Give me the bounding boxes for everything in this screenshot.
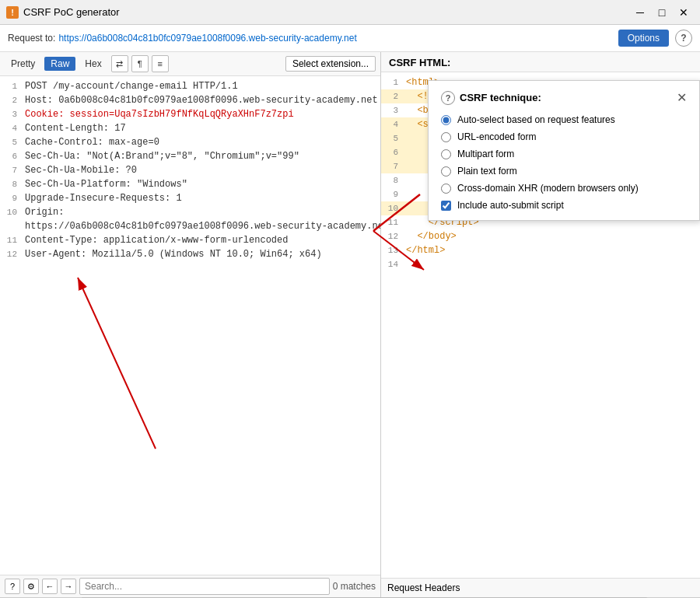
window-title: CSRF PoC generator <box>23 6 630 18</box>
checkbox-auto-submit: Include auto-submit script <box>441 200 687 211</box>
line-content: POST /my-account/change-email HTTP/1.1 <box>22 79 380 93</box>
select-extension-button[interactable]: Select extension... <box>285 56 376 72</box>
line-content: Content-Type: application/x-www-form-url… <box>22 233 380 247</box>
radio-cross-domain-label: Cross-domain XHR (modern browsers only) <box>457 183 639 194</box>
line-number: 1 <box>0 79 22 93</box>
line-content: Origin: <box>22 205 380 219</box>
line-content: Content-Length: 17 <box>22 121 380 135</box>
main-content: Pretty Raw Hex ⇄ ¶ ≡ Select extension...… <box>0 52 700 597</box>
code-line-8: 8 Sec-Ch-Ua-Platform: "Windows" <box>0 177 380 191</box>
tab-hex[interactable]: Hex <box>79 57 107 71</box>
line-number: 11 <box>381 215 403 229</box>
close-window-button[interactable]: ✕ <box>674 4 694 21</box>
tab-raw[interactable]: Raw <box>44 57 75 71</box>
radio-auto-select-label: Auto-select based on request features <box>457 114 615 125</box>
auto-submit-checkbox[interactable] <box>441 201 451 211</box>
radio-auto-select: Auto-select based on request features <box>441 114 687 125</box>
line-number: 7 <box>381 159 403 173</box>
csrf-line-12: 12 </body> <box>381 229 700 243</box>
left-panel: Pretty Raw Hex ⇄ ¶ ≡ Select extension...… <box>0 52 381 597</box>
radio-url-encoded-label: URL-encoded form <box>457 131 536 142</box>
line-content: Sec-Ch-Ua: "Not(A:Brand";v="8", "Chromiu… <box>22 149 380 163</box>
line-number: 12 <box>381 229 403 243</box>
code-line-11: 11 Content-Type: application/x-www-form-… <box>0 233 380 247</box>
minimize-button[interactable]: ─ <box>630 4 650 21</box>
search-prev-button[interactable]: ← <box>42 579 58 594</box>
search-settings-icon[interactable]: ⚙ <box>23 579 39 594</box>
csrf-technique-popup: ? CSRF technique: ✕ Auto-select based on… <box>428 80 700 221</box>
search-next-button[interactable]: → <box>61 579 76 594</box>
csrf-line-14: 14 <box>381 257 700 271</box>
line-content: https://0a6b008c04c81b0fc0979ae1008f0096… <box>22 219 380 233</box>
request-code-area[interactable]: 1 POST /my-account/change-email HTTP/1.1… <box>0 76 380 575</box>
newline-icon[interactable]: ¶ <box>131 55 149 72</box>
line-content: </html> <box>403 243 700 257</box>
radio-cross-domain: Cross-domain XHR (modern browsers only) <box>441 183 687 194</box>
radio-plain-text: Plain text form <box>441 166 687 177</box>
popup-header: ? CSRF technique: ✕ <box>441 90 687 105</box>
csrf-html-label: CSRF HTML: <box>381 52 700 72</box>
line-number: 1 <box>381 75 403 89</box>
options-button[interactable]: Options <box>618 30 669 47</box>
line-number: 11 <box>0 233 22 247</box>
line-number: 4 <box>0 121 22 135</box>
window-controls: ─ □ ✕ <box>630 4 694 21</box>
request-label: Request to: <box>8 33 55 44</box>
line-number: 9 <box>0 191 22 205</box>
line-content: </body> <box>403 229 700 243</box>
request-search-input[interactable] <box>79 578 330 595</box>
radio-url-encoded-input[interactable] <box>441 132 451 142</box>
code-line-9: 9 Upgrade-Insecure-Requests: 1 <box>0 191 380 205</box>
popup-title: CSRF technique: <box>460 92 541 103</box>
request-url: https://0a6b008c04c81b0fc0979ae1008f0096… <box>58 33 618 44</box>
request-search-bar: ? ⚙ ← → 0 matches <box>0 575 380 597</box>
csrf-line-13: 13 </html> <box>381 243 700 257</box>
request-matches-count: 0 matches <box>333 581 376 592</box>
menu-icon[interactable]: ≡ <box>152 55 169 72</box>
line-content: Cache-Control: max-age=0 <box>22 135 380 149</box>
line-content: Sec-Ch-Ua-Mobile: ?0 <box>22 163 380 177</box>
popup-help-icon: ? <box>441 91 455 105</box>
radio-plain-text-input[interactable] <box>441 166 451 177</box>
code-line-10b: https://0a6b008c04c81b0fc0979ae1008f0096… <box>0 219 380 233</box>
line-number: 2 <box>0 93 22 107</box>
radio-plain-text-label: Plain text form <box>457 166 517 177</box>
maximize-button[interactable]: □ <box>652 4 672 21</box>
line-number: 12 <box>0 247 22 261</box>
tab-pretty[interactable]: Pretty <box>5 57 41 71</box>
line-content: Host: 0a6b008c04c81b0fc0979ae1008f0096.w… <box>22 93 380 107</box>
line-content: Sec-Ch-Ua-Platform: "Windows" <box>22 177 380 191</box>
line-number: 9 <box>381 187 403 201</box>
code-line-12: 12 User-Agent: Mozilla/5.0 (Windows NT 1… <box>0 247 380 261</box>
code-line-2: 2 Host: 0a6b008c04c81b0fc0979ae1008f0096… <box>0 93 380 107</box>
request-bar: Request to: https://0a6b008c04c81b0fc097… <box>0 25 700 52</box>
line-number: 13 <box>381 243 403 257</box>
help-button[interactable]: ? <box>675 30 692 47</box>
line-number: 7 <box>0 163 22 177</box>
line-number: 6 <box>0 149 22 163</box>
code-line-5: 5 Cache-Control: max-age=0 <box>0 135 380 149</box>
line-content: Cookie: session=Uqa7sIzbH79fNfKqLqQRyaXH… <box>22 107 380 121</box>
request-toolbar: Pretty Raw Hex ⇄ ¶ ≡ Select extension... <box>0 52 380 76</box>
wrap-icon[interactable]: ⇄ <box>111 55 128 72</box>
radio-multipart-label: Multipart form <box>457 149 514 159</box>
line-number: 8 <box>0 177 22 191</box>
line-number: 3 <box>0 107 22 121</box>
code-line-1: 1 POST /my-account/change-email HTTP/1.1 <box>0 79 380 93</box>
code-line-3: 3 Cookie: session=Uqa7sIzbH79fNfKqLqQRya… <box>0 107 380 121</box>
code-line-4: 4 Content-Length: 17 <box>0 121 380 135</box>
radio-cross-domain-input[interactable] <box>441 184 451 194</box>
search-help-icon[interactable]: ? <box>5 579 20 594</box>
line-number: 10 <box>0 205 22 219</box>
svg-text:!: ! <box>11 8 14 17</box>
line-number: 6 <box>381 145 403 159</box>
radio-auto-select-input[interactable] <box>441 115 451 125</box>
popup-close-button[interactable]: ✕ <box>677 90 687 105</box>
title-bar: ! CSRF PoC generator ─ □ ✕ <box>0 0 700 25</box>
line-number: 3 <box>381 103 403 117</box>
app-icon: ! <box>6 6 19 19</box>
line-number: 2 <box>381 89 403 103</box>
popup-title-row: ? CSRF technique: <box>441 91 541 105</box>
line-content: User-Agent: Mozilla/5.0 (Windows NT 10.0… <box>22 247 380 261</box>
radio-multipart-input[interactable] <box>441 149 451 159</box>
